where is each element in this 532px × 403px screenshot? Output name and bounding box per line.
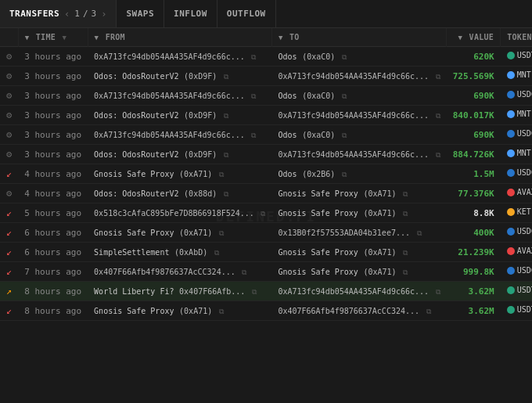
copy-from-icon[interactable]: ⧉ [242, 268, 246, 276]
copy-from-icon[interactable]: ⧉ [261, 210, 265, 218]
table-container: DEFINED.FI ▼ TIME ▼ ▼ FROM ▼ TO ▼ [0, 28, 532, 403]
row-icon[interactable]: ↙ [0, 262, 18, 282]
copy-from-icon[interactable]: ⧉ [252, 288, 257, 296]
copy-from-icon[interactable]: ⧉ [224, 190, 228, 198]
row-to: Odos (0xaC0) ⧉ [271, 86, 446, 106]
copy-from-icon[interactable]: ⧉ [214, 249, 219, 257]
row-time: 7 hours ago [18, 262, 88, 282]
row-value: 77.376K [447, 184, 501, 203]
row-time: 4 hours ago [18, 164, 88, 184]
copy-from-icon[interactable]: ⧉ [224, 151, 228, 159]
token-icon [507, 71, 515, 79]
row-value: 840.017K [447, 106, 501, 125]
token-symbol: USDC [517, 168, 532, 177]
inflow-tab[interactable]: INFLOW [164, 0, 217, 27]
token-icon [507, 208, 515, 216]
row-icon[interactable]: ↙ [0, 223, 18, 243]
row-value: 690K [447, 86, 501, 106]
copy-from-icon[interactable]: ⧉ [251, 92, 256, 100]
row-from: 0x518c3cAfaC895bFe7D8B66918F524... ⧉ [88, 203, 271, 223]
copy-to-icon[interactable]: ⧉ [342, 92, 347, 100]
row-to: Gnosis Safe Proxy (0xA71) ⧉ [271, 203, 446, 223]
table-row: ⚙ 3 hours ago 0xA713fc94db054AA435AF4d9c… [0, 47, 532, 67]
row-icon[interactable]: ⚙ [0, 106, 18, 125]
outflow-tab[interactable]: OUTFLOW [217, 0, 276, 27]
copy-from-icon[interactable]: ⧉ [224, 73, 228, 81]
row-time: 8 hours ago [18, 282, 88, 301]
row-from: Odos: OdosRouterV2 (0x88d) ⧉ [88, 184, 271, 203]
token-icon [507, 306, 515, 314]
row-token: USDC [501, 125, 532, 145]
row-from: Gnosis Safe Proxy (0xA71) ⧉ [88, 301, 271, 321]
row-from: 0xA713fc94db054AA435AF4d9c66c... ⧉ [88, 47, 271, 67]
row-time: 3 hours ago [18, 47, 88, 67]
copy-to-icon[interactable]: ⧉ [417, 229, 422, 237]
copy-from-icon[interactable]: ⧉ [224, 112, 228, 120]
row-to: Odos (0x2B6) ⧉ [271, 164, 446, 184]
row-icon[interactable]: ↙ [0, 243, 18, 262]
row-icon[interactable]: ↙ [0, 301, 18, 321]
row-from: Gnosis Safe Proxy (0xA71) ⧉ [88, 164, 271, 184]
row-icon[interactable]: ⚙ [0, 47, 18, 67]
token-symbol: MNT [517, 110, 531, 118]
th-value-label: VALUE [469, 33, 494, 41]
table-row: ↙ 6 hours ago Gnosis Safe Proxy (0xA71) … [0, 223, 532, 243]
row-icon[interactable]: ⚙ [0, 67, 18, 86]
row-time: 3 hours ago [18, 125, 88, 145]
token-symbol: USDC [517, 90, 532, 99]
pagination: 1 / 3 [74, 9, 96, 19]
copy-to-icon[interactable]: ⧉ [342, 131, 347, 139]
th-to[interactable]: ▼ TO [271, 28, 446, 47]
row-from: 0xA713fc94db054AA435AF4d9c66c... ⧉ [88, 125, 271, 145]
row-time: 6 hours ago [18, 243, 88, 262]
page-current: 1 [74, 9, 80, 19]
copy-to-icon[interactable]: ⧉ [403, 249, 408, 257]
token-icon [507, 189, 515, 196]
copy-to-icon[interactable]: ⧉ [342, 171, 347, 178]
th-time-sort: ▼ [62, 34, 66, 41]
copy-to-icon[interactable]: ⧉ [426, 308, 431, 315]
row-value: 999.8K [447, 262, 501, 282]
row-token: AVAX [501, 243, 532, 262]
copy-from-icon[interactable]: ⧉ [219, 229, 224, 237]
copy-from-icon[interactable]: ⧉ [251, 131, 256, 139]
next-arrow[interactable]: › [101, 9, 106, 20]
th-token[interactable]: TOKEN [501, 28, 532, 47]
copy-to-icon[interactable]: ⧉ [436, 112, 440, 120]
row-token: USDT [501, 301, 532, 321]
copy-to-icon[interactable]: ⧉ [436, 151, 440, 159]
copy-to-icon[interactable]: ⧉ [436, 288, 440, 296]
copy-to-icon[interactable]: ⧉ [436, 73, 440, 81]
swaps-tab[interactable]: SWAPS [117, 0, 164, 27]
row-icon[interactable]: ↙ [0, 203, 18, 223]
row-icon[interactable]: ⚙ [0, 145, 18, 164]
copy-from-icon[interactable]: ⧉ [219, 171, 224, 178]
transfers-tab[interactable]: TRANSFERS ‹ 1 / 3 › [0, 0, 117, 27]
copy-to-icon[interactable]: ⧉ [403, 210, 408, 218]
prev-arrow[interactable]: ‹ [64, 9, 70, 20]
row-icon[interactable]: ⚙ [0, 184, 18, 203]
swaps-label: SWAPS [126, 9, 154, 19]
row-value: 620K [447, 47, 501, 67]
row-token: MNT [501, 145, 532, 164]
copy-to-icon[interactable]: ⧉ [403, 268, 408, 276]
row-icon[interactable]: ⚙ [0, 86, 18, 106]
table-row: ⚙ 3 hours ago 0xA713fc94db054AA435AF4d9c… [0, 86, 532, 106]
row-token: USDT [501, 282, 532, 301]
token-symbol: AVAX [517, 246, 532, 255]
token-icon [507, 149, 515, 157]
copy-from-icon[interactable]: ⧉ [219, 308, 224, 315]
transfers-label: TRANSFERS [9, 9, 59, 19]
row-icon[interactable]: ↗ [0, 282, 18, 301]
row-icon[interactable]: ⚙ [0, 125, 18, 145]
copy-to-icon[interactable]: ⧉ [403, 190, 408, 198]
token-icon [507, 110, 515, 118]
row-icon[interactable]: ↙ [0, 164, 18, 184]
th-value[interactable]: ▼ VALUE [447, 28, 501, 47]
th-from[interactable]: ▼ FROM [88, 28, 271, 47]
page-separator: / [83, 9, 88, 19]
row-value: 725.569K [447, 67, 501, 86]
copy-from-icon[interactable]: ⧉ [251, 53, 256, 61]
th-time[interactable]: ▼ TIME ▼ [18, 28, 88, 47]
copy-to-icon[interactable]: ⧉ [342, 53, 347, 61]
